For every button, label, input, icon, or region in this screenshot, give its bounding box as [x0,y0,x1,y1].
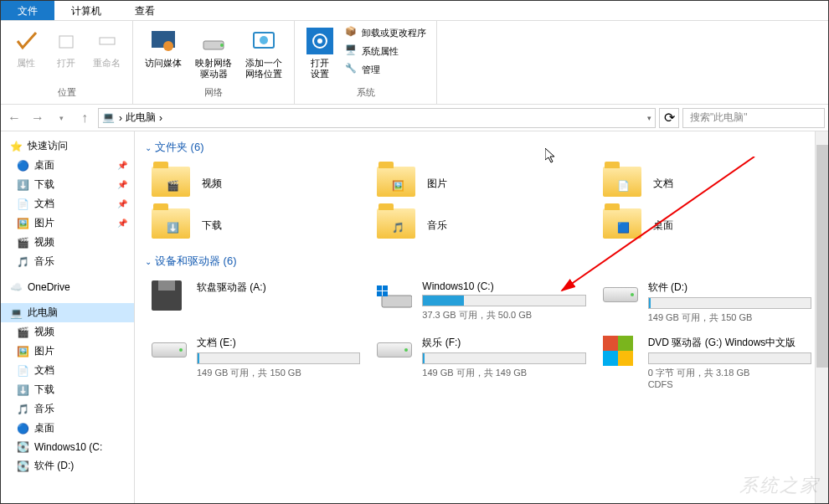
document-icon: 📄 [16,198,29,211]
sidebar-item-videos[interactable]: 🎬视频 [1,233,134,252]
folders-section-header[interactable]: ⌄ 文件夹 (6) [135,136,828,158]
scrollbar-thumb[interactable] [816,145,828,368]
add-network-location-button[interactable]: 添加一个 网络位置 [240,24,287,86]
map-drive-button[interactable]: 映射网络 驱动器 [190,24,237,86]
tab-view[interactable]: 查看 [118,1,172,20]
svg-rect-15 [383,291,388,296]
back-button[interactable]: ← [4,108,24,128]
system-properties-button[interactable]: 🖥️ 系统属性 [342,43,430,59]
svg-point-7 [260,36,268,44]
drive-tile[interactable]: Windows10 (C:) 37.3 GB 可用，共 50.0 GB [377,280,585,324]
sidebar-item-documents[interactable]: 📄文档📌 [1,194,134,213]
sidebar-label: 快速访问 [28,139,68,153]
open-settings-button[interactable]: 打开 设置 [301,24,338,86]
address-dropdown-icon[interactable]: ▾ [647,114,651,122]
sidebar-item-pictures[interactable]: 🖼️图片📌 [1,213,134,233]
sidebar-label: 此电脑 [28,306,58,320]
pin-icon: 📌 [117,199,127,208]
drive-name: 文档 (E:) [197,336,360,350]
drive-icon [377,280,414,307]
cloud-icon: ☁️ [9,280,23,294]
sidebar-label: 视频 [34,325,54,339]
drive-tile[interactable]: 软盘驱动器 (A:) [152,280,360,324]
folder-tile[interactable]: 🎬视频 [152,167,360,200]
address-location: 此电脑 [126,111,156,125]
folder-icon: 🟦 [603,208,643,242]
svg-rect-12 [377,285,382,291]
video-icon: 🎬 [16,326,29,339]
tab-computer[interactable]: 计算机 [54,1,118,20]
drive-usage-bar [197,352,360,364]
manage-icon: 🔧 [345,63,358,76]
map-drive-label: 映射网络 驱动器 [195,58,232,80]
drive-tile[interactable]: 软件 (D:) 149 GB 可用，共 150 GB [603,280,811,324]
drive-icon: 💽 [16,460,29,473]
sidebar-this-pc[interactable]: 💻此电脑 [1,303,134,322]
rename-icon [94,28,121,54]
sidebar-label: 下载 [34,177,54,192]
properties-button[interactable]: 属性 [8,24,44,86]
drive-icon: 💽 [16,440,29,454]
ribbon-group-location-label: 位置 [8,86,126,100]
sidebar-onedrive[interactable]: ☁️OneDrive [1,278,134,296]
ribbon-tab-bar: 文件 计算机 查看 [1,1,828,21]
scrollbar[interactable] [815,131,828,503]
drives-section-title: 设备和驱动器 (6) [155,254,237,269]
address-bar[interactable]: 💻 › 此电脑 › ▾ [98,108,656,128]
sidebar-item-videos2[interactable]: 🎬视频 [1,322,134,342]
music-icon: 🎵 [16,403,29,416]
sidebar-item-desktop2[interactable]: 🔵桌面 [1,419,134,438]
sidebar-item-pictures2[interactable]: 🖼️图片 [1,342,134,361]
drive-tile[interactable]: 文档 (E:) 149 GB 可用，共 150 GB [152,336,360,389]
svg-rect-13 [383,285,388,291]
access-media-button[interactable]: 访问媒体 [140,24,187,86]
folder-tile[interactable]: 📄文档 [603,167,811,200]
video-icon: 🎬 [16,236,29,249]
drive-usage-bar [648,297,811,309]
svg-point-10 [317,39,322,44]
sidebar-item-desktop[interactable]: 🔵桌面📌 [1,156,134,175]
sidebar-item-documents2[interactable]: 📄文档 [1,361,134,380]
search-input[interactable]: 搜索"此电脑" [682,108,825,128]
uninstall-button[interactable]: 📦 卸载或更改程序 [342,24,430,41]
drives-section-header[interactable]: ⌄ 设备和驱动器 (6) [135,250,828,272]
sidebar-item-drive-c[interactable]: 💽Windows10 (C: [1,438,134,456]
uninstall-label: 卸载或更改程序 [362,27,426,39]
star-icon: ⭐ [9,140,23,153]
sidebar-quick-access[interactable]: ⭐ 快速访问 [1,136,134,156]
sidebar-item-drive-d[interactable]: 💽软件 (D:) [1,456,134,476]
manage-label: 管理 [362,64,380,76]
svg-rect-16 [603,336,618,351]
this-pc-icon: 💻 [9,306,23,320]
desktop-icon: 🔵 [16,422,29,435]
drive-tile[interactable]: DVD 驱动器 (G:) Windows中文版 0 字节 可用，共 3.18 G… [603,336,811,389]
open-icon [53,28,80,54]
folder-tile[interactable]: 🟦桌面 [603,208,811,242]
drive-tile[interactable]: 娱乐 (F:) 149 GB 可用，共 149 GB [377,336,585,389]
sidebar-label: 文档 [34,197,54,211]
ribbon-group-system: 打开 设置 📦 卸载或更改程序 🖥️ 系统属性 🔧 管理 系统 [295,21,437,104]
sidebar-item-music2[interactable]: 🎵音乐 [1,399,134,419]
folder-tile[interactable]: 🎵音乐 [377,208,585,242]
media-icon [150,28,177,54]
network-location-icon [250,28,277,54]
download-icon: ⬇️ [16,178,29,192]
rename-button[interactable]: 重命名 [88,24,126,86]
drive-name: 娱乐 (F:) [422,336,585,350]
download-icon: ⬇️ [16,383,29,397]
open-button[interactable]: 打开 [48,24,85,86]
picture-icon: 🖼️ [16,345,29,358]
recent-dropdown[interactable]: ▾ [51,108,71,128]
manage-button[interactable]: 🔧 管理 [342,61,430,78]
open-settings-label: 打开 设置 [311,58,329,80]
sidebar-item-downloads[interactable]: ⬇️下载📌 [1,175,134,194]
tab-file[interactable]: 文件 [1,1,54,20]
folder-label: 视频 [202,177,222,191]
forward-button[interactable]: → [28,108,48,128]
refresh-button[interactable]: ⟳ [659,108,679,128]
folder-tile[interactable]: 🖼️图片 [377,167,585,200]
sidebar-item-downloads2[interactable]: ⬇️下载 [1,380,134,399]
up-button[interactable]: ↑ [75,108,95,128]
folder-tile[interactable]: ⬇️下载 [152,208,360,242]
sidebar-item-music[interactable]: 🎵音乐 [1,252,134,271]
